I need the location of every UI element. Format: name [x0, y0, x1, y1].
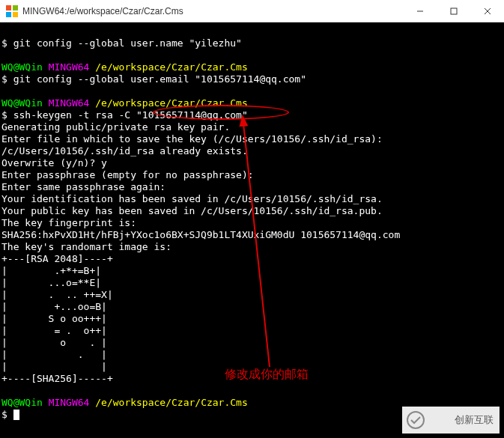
svg-rect-3 — [13, 12, 18, 17]
terminal-output: Generating public/private rsa key pair. — [1, 121, 230, 133]
window-controls — [403, 0, 504, 22]
svg-rect-2 — [6, 12, 11, 17]
svg-rect-5 — [451, 8, 457, 14]
randomart-line: | | — [1, 361, 107, 372]
terminal-output: Enter file in which to save the key (/c/… — [1, 133, 383, 145]
cursor — [13, 410, 19, 420]
randomart-line: +----[SHA256]-----+ — [1, 373, 113, 384]
randomart-line: | ...o=**E| — [1, 277, 101, 288]
randomart-line: | .+*+=B+| — [1, 265, 101, 276]
window-titlebar: MINGW64:/e/workspace/Czar/Czar.Cms — [0, 0, 504, 22]
prompt-user: WQ@WQin — [1, 397, 43, 408]
randomart-line: | . | — [1, 349, 107, 360]
terminal-output: SHA256:hxPvXD1Ht/hFBj+YXoc1o6BX+SJQ9b1LT… — [1, 229, 400, 240]
minimize-button[interactable] — [403, 0, 437, 22]
terminal-output: The key's randomart image is: — [1, 241, 171, 252]
terminal-output: Overwrite (y/n)? y — [1, 157, 107, 168]
terminal-output: Enter same passphrase again: — [1, 181, 166, 192]
terminal-output: $ git config --global user.name "yilezhu… — [1, 37, 242, 49]
randomart-line: +---[RSA 2048]----+ — [1, 253, 113, 264]
prompt-env: MINGW64 — [49, 397, 90, 408]
close-button[interactable] — [470, 0, 504, 22]
prompt-symbol: $ — [1, 409, 7, 420]
randomart-line: | o . | — [1, 337, 107, 348]
watermark-icon — [407, 411, 425, 429]
terminal[interactable]: $ git config --global user.name "yilezhu… — [0, 22, 504, 438]
terminal-output: Your identification has been saved in /c… — [1, 193, 383, 204]
svg-rect-1 — [13, 5, 18, 10]
terminal-output: $ git config --global user.email "101565… — [1, 73, 306, 85]
terminal-output: /c/Users/10156/.ssh/id_rsa already exist… — [1, 145, 248, 156]
svg-point-9 — [407, 412, 424, 428]
window-title: MINGW64:/e/workspace/Czar/Czar.Cms — [22, 6, 403, 16]
watermark: 创新互联 — [402, 407, 500, 434]
randomart-line: | . .. ++=X| — [1, 289, 113, 300]
app-icon — [6, 5, 18, 17]
watermark-text: 创新互联 — [455, 413, 494, 427]
terminal-output: The key fingerprint is: — [1, 217, 136, 228]
prompt-path: /e/workspace/Czar/Czar.Cms — [95, 61, 248, 73]
prompt-env: MINGW64 — [49, 97, 90, 109]
randomart-line: | +...oo=B| — [1, 301, 107, 312]
terminal-output: Your public key has been saved in /c/Use… — [1, 205, 383, 216]
prompt-path: /e/workspace/Czar/Czar.Cms — [95, 97, 248, 109]
prompt-user: WQ@WQin — [1, 97, 43, 109]
maximize-button[interactable] — [437, 0, 470, 22]
randomart-line: | = . o++| — [1, 325, 107, 336]
terminal-output: $ ssh-keygen -t rsa -C "1015657114@qq.co… — [1, 109, 248, 121]
prompt-user: WQ@WQin — [1, 61, 43, 73]
prompt-env: MINGW64 — [49, 61, 90, 73]
randomart-line: | S o oo+++| — [1, 313, 107, 324]
svg-rect-0 — [6, 5, 11, 10]
prompt-path: /e/workspace/Czar/Czar.Cms — [95, 397, 248, 408]
terminal-output: Enter passphrase (empty for no passphras… — [1, 169, 254, 180]
